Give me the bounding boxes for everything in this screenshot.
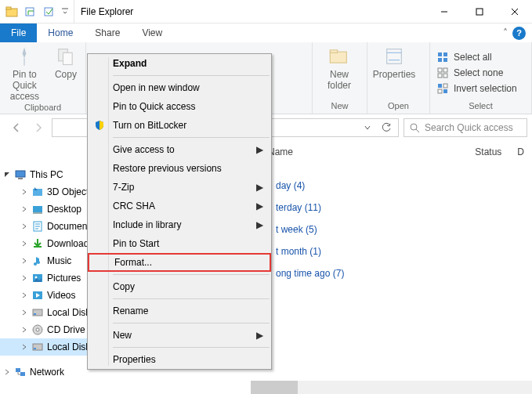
svg-rect-11 [443,52,447,56]
svg-point-22 [411,124,417,130]
tree-item-icon [31,203,44,215]
svg-rect-24 [18,178,23,179]
tree-item-icon [31,324,44,336]
tree-item-icon [31,237,44,250]
ctx-expand[interactable]: Expand [88,54,271,73]
tree-item-icon [31,186,44,198]
tab-home[interactable]: Home [37,23,84,42]
svg-rect-9 [387,49,402,64]
address-dropdown-icon[interactable] [360,124,375,132]
svg-rect-25 [33,189,42,196]
svg-rect-13 [443,58,447,62]
svg-rect-39 [34,348,36,349]
ctx-include-library[interactable]: Include in library▶ [88,215,271,234]
svg-point-37 [36,328,39,331]
folder-group[interactable]: t month (1) [276,246,523,257]
svg-rect-23 [16,171,25,177]
svg-rect-20 [438,89,442,93]
tab-file[interactable]: File [0,23,37,42]
tree-item-icon [31,255,44,267]
ctx-properties[interactable]: Properties [88,350,271,369]
svg-rect-40 [16,368,20,372]
submenu-arrow-icon: ▶ [256,219,263,230]
svg-rect-10 [438,52,442,56]
svg-rect-6 [63,52,72,64]
svg-rect-1 [6,7,11,9]
group-open-label: Open [372,100,425,110]
group-new-label: New [317,100,362,110]
svg-point-30 [37,261,40,264]
ctx-bitlocker[interactable]: Turn on BitLocker [88,116,271,135]
svg-rect-19 [443,84,447,88]
tree-item-icon [31,289,44,302]
app-icon [3,3,20,20]
qat-item-1[interactable] [22,3,39,20]
search-input[interactable]: Search Quick access [404,118,527,137]
tab-share[interactable]: Share [84,23,131,42]
minimize-button[interactable] [426,0,461,23]
back-button[interactable] [8,119,25,136]
horizontal-scrollbar[interactable] [251,381,532,394]
svg-rect-2 [26,8,34,16]
tab-view[interactable]: View [131,23,173,42]
copy-button[interactable]: Copy [51,45,81,80]
refresh-icon[interactable] [379,122,393,133]
svg-rect-15 [443,68,447,72]
column-date[interactable]: D [509,146,532,157]
help-icon[interactable]: ? [512,27,526,40]
folder-group[interactable]: day (4) [276,180,523,191]
pin-quick-access-button[interactable]: Pin to Quick access [5,45,45,102]
tree-item-icon [31,272,44,284]
pc-icon [14,168,27,181]
maximize-button[interactable] [461,0,497,23]
window-title: File Explorer [74,6,426,17]
svg-rect-4 [476,9,483,15]
ctx-give-access[interactable]: Give access to▶ [88,140,271,159]
ribbon-collapse-icon[interactable]: ˄ [503,27,508,38]
submenu-arrow-icon: ▶ [256,330,263,341]
context-menu: Expand Open in new window Pin to Quick a… [87,53,272,370]
ctx-pin-start[interactable]: Pin to Start [88,234,271,253]
select-none-button[interactable]: Select none [435,66,527,80]
forward-button[interactable] [30,119,47,136]
svg-rect-16 [438,74,442,78]
ctx-rename[interactable]: Rename [88,302,271,320]
svg-rect-7 [330,52,346,63]
svg-rect-35 [34,313,36,315]
bitlocker-shield-icon [92,120,107,131]
submenu-arrow-icon: ▶ [256,144,263,155]
folder-group[interactable]: terday (11) [276,202,523,213]
ctx-crcsha[interactable]: CRC SHA▶ [88,197,271,215]
invert-selection-button[interactable]: Invert selection [435,81,527,96]
tree-item-icon [31,220,44,233]
properties-button[interactable]: Properties [372,45,416,80]
tree-item-icon [31,341,44,353]
ctx-open-new-window[interactable]: Open in new window [88,78,271,97]
folder-group[interactable]: t week (5) [276,224,523,235]
qat-item-2[interactable] [41,3,58,20]
group-clipboard-label: Clipboard [5,102,81,112]
submenu-arrow-icon: ▶ [256,201,263,211]
group-select-label: Select [435,100,527,110]
svg-rect-41 [20,372,25,376]
qat-dropdown[interactable] [60,3,71,20]
close-button[interactable] [497,0,532,23]
svg-rect-27 [33,212,42,214]
ctx-copy[interactable]: Copy [88,277,271,296]
svg-rect-8 [330,50,337,53]
select-all-button[interactable]: Select all [435,50,527,64]
submenu-arrow-icon: ▶ [256,182,263,193]
new-folder-button[interactable]: New folder [317,45,361,91]
ctx-7zip[interactable]: 7-Zip▶ [88,178,271,197]
folder-group[interactable]: ong time ago (7) [276,268,523,279]
column-status[interactable]: Status [467,146,509,157]
ctx-format[interactable]: Format... [88,253,271,272]
ctx-restore[interactable]: Restore previous versions [88,159,271,178]
ctx-new[interactable]: New▶ [88,326,271,345]
ctx-pin-quick[interactable]: Pin to Quick access [88,97,271,116]
svg-rect-14 [438,68,442,72]
svg-rect-26 [33,206,42,212]
svg-rect-12 [438,58,442,62]
search-icon [409,122,420,133]
svg-rect-21 [443,89,447,93]
